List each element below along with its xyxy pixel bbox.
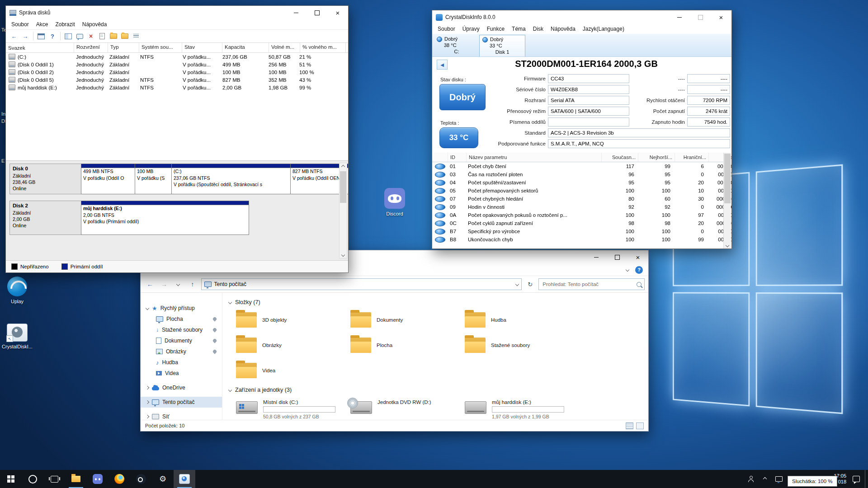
sidebar-item-onedrive[interactable]: OneDrive [141, 382, 222, 393]
maximize-button[interactable] [607, 250, 627, 264]
scroll-down-icon[interactable] [724, 242, 731, 249]
vertical-scrollbar[interactable] [339, 163, 347, 258]
toolbar-properties-icon[interactable] [98, 32, 107, 41]
task-view-button[interactable] [43, 470, 65, 488]
health-status-button[interactable]: Dobrý [439, 84, 486, 110]
partition-reserved[interactable]: 100 MB V pořádku (S [135, 164, 172, 194]
search-input[interactable] [542, 281, 637, 287]
folder-tile-desktop[interactable]: Plocha [350, 335, 465, 355]
help-icon[interactable]: ? [635, 266, 643, 274]
menu-edit[interactable]: Úpravy [459, 24, 483, 33]
disk-tab-c[interactable]: Dobrý 38 °C C: [434, 35, 479, 56]
column-header[interactable]: Současn... [602, 153, 638, 162]
folder-tile-downloads[interactable]: Stažené soubory [465, 335, 579, 355]
taskbar-steam[interactable] [130, 470, 152, 488]
minimize-button[interactable] [586, 250, 607, 264]
menu-language[interactable]: Jazyk(Language) [579, 24, 628, 33]
maximize-button[interactable] [690, 10, 711, 24]
sidebar-item-music[interactable]: ♪ Hudba [141, 357, 222, 368]
taskbar-crystaldiskinfo[interactable] [174, 470, 195, 488]
column-header[interactable]: ID [448, 153, 467, 162]
desktop-icon-discord[interactable]: Discord [376, 188, 414, 216]
minimize-button[interactable] [286, 6, 307, 19]
column-header[interactable]: Hraniční... [675, 153, 709, 162]
back-button[interactable]: ← [144, 279, 156, 290]
folder-tile-pictures[interactable]: Obrázky [236, 335, 350, 355]
scrollbar-thumb[interactable] [340, 171, 346, 203]
scrollbar-thumb[interactable] [724, 154, 731, 203]
previous-disk-button[interactable]: ◀ [437, 60, 448, 70]
chevron-right-icon[interactable] [146, 400, 149, 404]
toolbar-back-icon[interactable]: ← [9, 32, 19, 41]
taskbar-file-explorer[interactable] [65, 470, 87, 488]
recent-locations-icon[interactable] [173, 279, 184, 290]
menu-action[interactable]: Akce [33, 20, 52, 29]
column-header[interactable]: Systém sou... [139, 43, 182, 52]
sidebar-item-downloads[interactable]: ↓ Stažené soubory [141, 324, 222, 335]
column-header[interactable]: Svazek [6, 43, 74, 52]
sidebar-item-this-pc[interactable]: Tento počítač [141, 397, 222, 408]
maximize-button[interactable] [307, 6, 327, 19]
refresh-button[interactable]: ↻ [524, 279, 536, 290]
large-icons-view-button[interactable] [636, 422, 644, 429]
column-header[interactable]: Rozvržení [74, 43, 108, 52]
menu-file[interactable]: Soubor [434, 24, 459, 33]
menu-file[interactable]: Soubor [8, 20, 33, 29]
devices-section-header[interactable]: Zařízení a jednotky (3) [229, 387, 648, 393]
show-desktop-button[interactable] [865, 470, 868, 488]
up-button[interactable]: ↑ [187, 279, 198, 290]
sidebar-item-quick-access[interactable]: ★ Rychlý přístup [141, 303, 222, 314]
disk-2-header[interactable]: Disk 2 Základní 2,00 GB Online [9, 201, 81, 235]
sidebar-item-pictures[interactable]: Obrázky [141, 346, 222, 357]
search-box[interactable] [538, 278, 645, 290]
smart-row[interactable]: 04Počet spuštění/zastavení 9595 20000000… [432, 178, 723, 187]
column-header[interactable]: Nejhorší... [638, 153, 675, 162]
chevron-right-icon[interactable] [146, 415, 149, 418]
toolbar-callout-icon[interactable] [75, 32, 84, 41]
partition-c[interactable]: (C:) 237,06 GB NTFS V pořádku (Spouštěcí… [171, 164, 291, 194]
sidebar-item-desktop[interactable]: Plocha [141, 314, 222, 324]
details-view-button[interactable] [626, 422, 633, 429]
menu-help[interactable]: Nápověda [79, 20, 111, 29]
sidebar-item-network[interactable]: Síť [141, 411, 222, 420]
sidebar-item-videos[interactable]: Videa [141, 368, 222, 379]
folder-tile-music[interactable]: Hudba [465, 310, 579, 330]
drive-tile-c[interactable]: Místní disk (C:) 50,8 GB volných z 237 G… [236, 398, 350, 420]
scroll-up-icon[interactable] [340, 163, 347, 170]
menu-function[interactable]: Funkce [483, 24, 508, 33]
toolbar-new-folder-icon[interactable] [120, 32, 129, 41]
column-header[interactable]: Název parametru [467, 153, 602, 162]
column-header[interactable]: Typ [108, 43, 139, 52]
start-button[interactable] [0, 470, 22, 488]
smart-row[interactable]: B7Specifický pro výrobce 100100 00000000… [432, 227, 723, 235]
sidebar-item-documents[interactable]: Dokumenty [141, 335, 222, 346]
disk-0-header[interactable]: Disk 0 Základní 238,46 GB Online [9, 164, 81, 194]
drive-tile-e[interactable]: můj harddisk (E:) 1,97 GB volných z 1,99… [465, 398, 579, 420]
menu-help[interactable]: Nápověda [547, 24, 579, 33]
vertical-scrollbar[interactable] [723, 153, 731, 249]
volume-row[interactable]: (Disk 0 Oddíl 5) JednoduchýZákladní NTFS… [6, 76, 348, 84]
network-icon[interactable] [775, 475, 783, 483]
close-button[interactable]: × [327, 6, 348, 19]
smart-row[interactable]: 07Počet chybných hledání 8060 300000060D… [432, 195, 723, 203]
smart-row[interactable]: 0CPočet cyklů zapnutí zařízení 9898 2000… [432, 219, 723, 227]
scroll-down-icon[interactable] [340, 251, 347, 258]
column-header[interactable]: Stav [182, 43, 222, 52]
close-button[interactable]: × [627, 250, 648, 264]
smart-row[interactable]: 05Počet přemapovaných sektorů 100100 100… [432, 187, 723, 195]
disk-tab-disk1[interactable]: Dobrý 33 °C Disk 1 [479, 35, 525, 56]
menu-theme[interactable]: Téma [508, 24, 529, 33]
address-bar[interactable]: Tento počítač [201, 278, 522, 290]
taskbar-settings[interactable]: ⚙ [152, 470, 174, 488]
smart-row[interactable]: 0APočet opakovaných pokusů o roztočení p… [432, 211, 723, 219]
toolbar-open-folder-icon[interactable] [109, 32, 118, 41]
people-icon[interactable] [747, 475, 755, 483]
close-button[interactable]: × [711, 10, 731, 24]
partition-system[interactable]: 499 MB NTFS V pořádku (Oddíl O [81, 164, 135, 194]
toolbar-help-icon[interactable]: ? [48, 32, 57, 41]
address-dropdown-icon[interactable] [515, 282, 519, 286]
folder-tile-videos[interactable]: Videa [236, 361, 350, 380]
hidden-icons-chevron-icon[interactable] [761, 475, 769, 483]
volume-row[interactable]: (C:) JednoduchýZákladní NTFSV pořádku...… [6, 53, 348, 61]
action-center-icon[interactable] [852, 475, 860, 483]
